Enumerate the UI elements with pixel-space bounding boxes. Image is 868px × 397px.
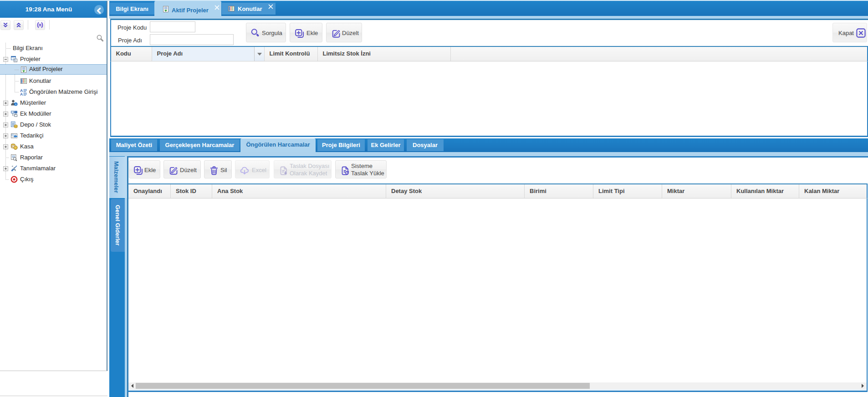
svg-text:i: i [15, 102, 16, 106]
svg-text:A: A [20, 92, 23, 96]
